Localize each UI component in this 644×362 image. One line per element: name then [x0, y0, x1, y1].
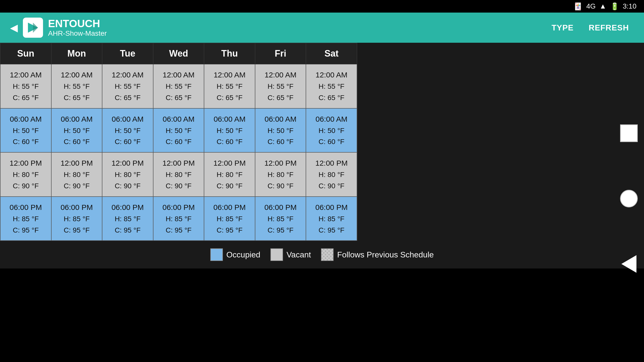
cell-time: 06:00 AM	[309, 113, 354, 125]
status-icons: 🃏 4G ▲ 🔋 3:10	[574, 2, 636, 11]
ctrl-square[interactable]	[620, 124, 638, 142]
cell-cool: C: 65 °F	[105, 92, 150, 104]
schedule-table: Sun Mon Tue Wed Thu Fri Sat 12:00 AM H: …	[0, 43, 357, 241]
follows-swatch	[321, 248, 334, 261]
cell-time: 12:00 AM	[3, 69, 49, 81]
cell-heat: H: 50 °F	[207, 125, 252, 137]
schedule-cell[interactable]: 12:00 PM H: 80 °F C: 90 °F	[255, 152, 306, 197]
schedule-cell[interactable]: 12:00 AM H: 55 °F C: 65 °F	[255, 64, 306, 108]
table-row[interactable]: 12:00 PM H: 80 °F C: 90 °F 12:00 PM H: 8…	[0, 152, 357, 197]
cell-heat: H: 50 °F	[309, 125, 354, 137]
schedule-cell[interactable]: 12:00 AM H: 55 °F C: 65 °F	[153, 64, 204, 108]
cell-cool: C: 60 °F	[105, 136, 150, 148]
app-name: ENTOUCH	[48, 18, 107, 29]
schedule-cell[interactable]: 12:00 AM H: 55 °F C: 65 °F	[204, 64, 255, 108]
logo-container: ENTOUCH AHR-Show-Master	[23, 18, 107, 38]
cell-time: 06:00 AM	[156, 113, 202, 125]
cell-cool: C: 90 °F	[3, 180, 49, 192]
schedule-cell[interactable]: 12:00 PM H: 80 °F C: 90 °F	[153, 152, 204, 197]
schedule-cell[interactable]: 12:00 AM H: 55 °F C: 65 °F	[102, 64, 153, 108]
cell-cool: C: 65 °F	[258, 92, 303, 104]
cell-cool: C: 90 °F	[105, 180, 150, 192]
schedule-cell[interactable]: 06:00 PM H: 85 °F C: 95 °F	[306, 197, 357, 241]
schedule-cell[interactable]: 12:00 PM H: 80 °F C: 90 °F	[0, 152, 51, 197]
legend-follows: Follows Previous Schedule	[321, 248, 434, 261]
schedule-cell[interactable]: 12:00 AM H: 55 °F C: 65 °F	[51, 64, 102, 108]
schedule-cell[interactable]: 06:00 AM H: 50 °F C: 60 °F	[306, 108, 357, 153]
type-button[interactable]: TYPE	[552, 23, 574, 32]
cell-cool: C: 65 °F	[207, 92, 252, 104]
refresh-button[interactable]: REFRESH	[589, 23, 629, 32]
cell-time: 06:00 AM	[105, 113, 150, 125]
schedule-cell[interactable]: 12:00 PM H: 80 °F C: 90 °F	[204, 152, 255, 197]
schedule-cell[interactable]: 12:00 PM H: 80 °F C: 90 °F	[306, 152, 357, 197]
schedule-cell[interactable]: 06:00 AM H: 50 °F C: 60 °F	[102, 108, 153, 153]
col-mon: Mon	[51, 43, 102, 64]
cell-time: 06:00 PM	[105, 201, 150, 213]
cell-cool: C: 95 °F	[207, 225, 252, 236]
cell-time: 06:00 PM	[156, 201, 202, 213]
cell-heat: H: 55 °F	[156, 81, 202, 92]
cell-heat: H: 50 °F	[258, 125, 303, 137]
cell-cool: C: 60 °F	[258, 136, 303, 148]
cell-heat: H: 80 °F	[105, 169, 150, 180]
cell-cool: C: 90 °F	[258, 180, 303, 192]
schedule-cell[interactable]: 06:00 PM H: 85 °F C: 95 °F	[0, 197, 51, 241]
col-sun: Sun	[0, 43, 51, 64]
cell-cool: C: 65 °F	[54, 92, 100, 104]
schedule-cell[interactable]: 12:00 AM H: 55 °F C: 65 °F	[306, 64, 357, 108]
schedule-cell[interactable]: 12:00 PM H: 80 °F C: 90 °F	[51, 152, 102, 197]
schedule-cell[interactable]: 06:00 AM H: 50 °F C: 60 °F	[204, 108, 255, 153]
cell-cool: C: 60 °F	[156, 136, 202, 148]
schedule-cell[interactable]: 06:00 AM H: 50 °F C: 60 °F	[51, 108, 102, 153]
cell-time: 06:00 PM	[258, 201, 303, 213]
cell-heat: H: 50 °F	[3, 125, 49, 137]
schedule-cell[interactable]: 12:00 PM H: 80 °F C: 90 °F	[102, 152, 153, 197]
cell-time: 06:00 AM	[3, 113, 49, 125]
cell-time: 12:00 AM	[54, 69, 100, 81]
cell-heat: H: 80 °F	[309, 169, 354, 180]
schedule-cell[interactable]: 06:00 PM H: 85 °F C: 95 °F	[153, 197, 204, 241]
cell-cool: C: 95 °F	[156, 225, 202, 236]
schedule-cell[interactable]: 06:00 PM H: 85 °F C: 95 °F	[255, 197, 306, 241]
cell-time: 12:00 AM	[105, 69, 150, 81]
back-button[interactable]: ◀	[10, 22, 18, 33]
status-bar: 🃏 4G ▲ 🔋 3:10	[0, 0, 644, 13]
app-title-block: ENTOUCH AHR-Show-Master	[48, 18, 107, 37]
cell-time: 06:00 PM	[207, 201, 252, 213]
schedule-cell[interactable]: 12:00 AM H: 55 °F C: 65 °F	[0, 64, 51, 108]
legend-occupied: Occupied	[210, 248, 260, 261]
schedule-cell[interactable]: 06:00 PM H: 85 °F C: 95 °F	[51, 197, 102, 241]
cell-cool: C: 95 °F	[309, 225, 354, 236]
cell-heat: H: 55 °F	[309, 81, 354, 92]
cell-time: 12:00 AM	[258, 69, 303, 81]
cell-cool: C: 60 °F	[54, 136, 100, 148]
ctrl-circle[interactable]	[620, 190, 638, 207]
col-sat: Sat	[306, 43, 357, 64]
schedule-cell[interactable]: 06:00 AM H: 50 °F C: 60 °F	[153, 108, 204, 153]
cell-heat: H: 85 °F	[3, 213, 49, 225]
cell-cool: C: 90 °F	[156, 180, 202, 192]
cell-heat: H: 50 °F	[54, 125, 100, 137]
schedule-cell[interactable]: 06:00 AM H: 50 °F C: 60 °F	[255, 108, 306, 153]
cell-time: 06:00 AM	[54, 113, 100, 125]
cell-time: 12:00 PM	[156, 157, 202, 169]
cell-cool: C: 60 °F	[309, 136, 354, 148]
cell-time: 12:00 PM	[258, 157, 303, 169]
schedule-cell[interactable]: 06:00 PM H: 85 °F C: 95 °F	[102, 197, 153, 241]
table-row[interactable]: 06:00 PM H: 85 °F C: 95 °F 06:00 PM H: 8…	[0, 197, 357, 241]
battery-icon: 🔋	[610, 2, 619, 11]
cell-time: 12:00 PM	[54, 157, 100, 169]
cell-heat: H: 55 °F	[54, 81, 100, 92]
ctrl-arrow-left[interactable]	[621, 255, 636, 273]
table-row[interactable]: 12:00 AM H: 55 °F C: 65 °F 12:00 AM H: 5…	[0, 64, 357, 108]
cell-heat: H: 80 °F	[258, 169, 303, 180]
schedule-cell[interactable]: 06:00 AM H: 50 °F C: 60 °F	[0, 108, 51, 153]
cell-heat: H: 50 °F	[156, 125, 202, 137]
cell-heat: H: 85 °F	[309, 213, 354, 225]
table-row[interactable]: 06:00 AM H: 50 °F C: 60 °F 06:00 AM H: 5…	[0, 108, 357, 153]
cell-heat: H: 80 °F	[54, 169, 100, 180]
schedule-cell[interactable]: 06:00 PM H: 85 °F C: 95 °F	[204, 197, 255, 241]
occupied-label: Occupied	[226, 250, 260, 259]
app-subtitle: AHR-Show-Master	[48, 29, 107, 37]
